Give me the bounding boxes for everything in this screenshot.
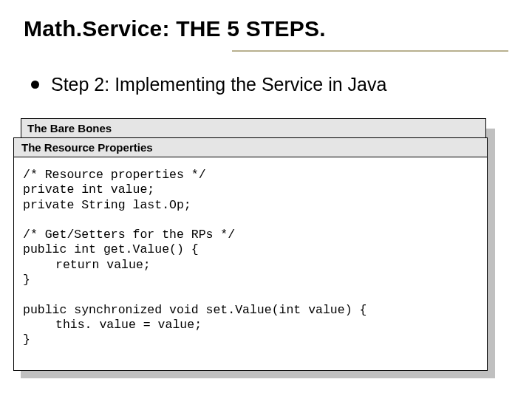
slide-title: Math.Service: THE 5 STEPS. — [24, 16, 508, 41]
code-line: } — [23, 332, 30, 347]
code-line: /* Resource properties */ — [23, 168, 206, 182]
front-box: The Resource Properties /* Resource prop… — [13, 137, 488, 371]
bullet-row: Step 2: Implementing the Service in Java — [31, 74, 508, 95]
front-box-header: The Resource Properties — [14, 138, 487, 157]
bullet-icon — [31, 81, 39, 89]
code-line: private int value; — [23, 183, 154, 197]
code-line: /* Get/Setters for the RPs */ — [23, 228, 235, 242]
code-line: return value; — [23, 258, 478, 273]
code-line: public int get.Value() { — [23, 242, 199, 256]
bullet-text: Step 2: Implementing the Service in Java — [51, 74, 386, 95]
title-underline — [232, 50, 508, 52]
code-body: /* Resource properties */ private int va… — [14, 157, 487, 370]
code-line — [23, 213, 30, 227]
code-line: private String last.Op; — [23, 198, 191, 212]
code-line: public synchronized void set.Value(int v… — [23, 303, 366, 317]
code-line — [23, 287, 30, 301]
back-box-header: The Bare Bones — [21, 119, 485, 138]
code-line: this. value = value; — [23, 318, 478, 332]
slide: Math.Service: THE 5 STEPS. Step 2: Imple… — [0, 0, 532, 399]
code-line: } — [23, 273, 30, 287]
